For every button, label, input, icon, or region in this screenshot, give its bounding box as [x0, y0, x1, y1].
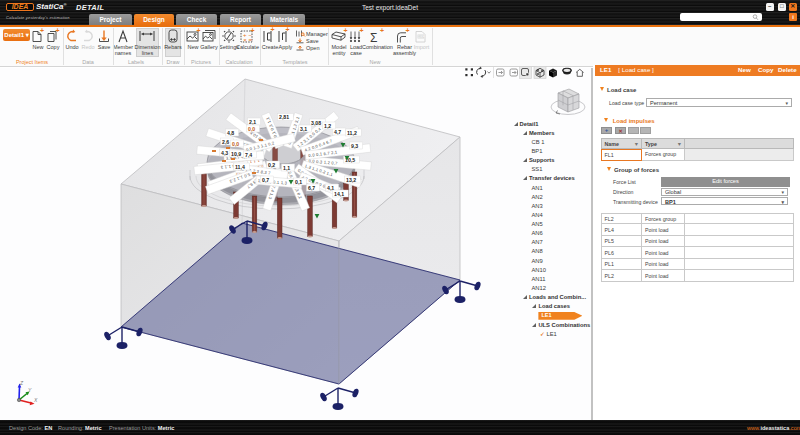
svg-text:14,1: 14,1	[334, 191, 344, 197]
svg-text:4,3: 4,3	[221, 150, 228, 156]
svg-text:DXF: DXF	[418, 35, 424, 39]
svg-text:+: +	[360, 27, 364, 34]
svg-text:+: +	[40, 27, 44, 34]
svg-text:×: ×	[243, 37, 247, 43]
svg-text:1,2: 1,2	[324, 123, 331, 129]
svg-text:+: +	[380, 27, 384, 34]
svg-text:+: +	[344, 27, 348, 34]
svg-text:X: X	[33, 397, 38, 403]
svg-text:+: +	[286, 27, 290, 33]
svg-text:0,1: 0,1	[295, 179, 302, 185]
svg-text:6,7: 6,7	[308, 185, 315, 191]
svg-text:+: +	[271, 27, 275, 33]
svg-text:9,3: 9,3	[351, 143, 358, 149]
svg-text:Σ: Σ	[370, 31, 377, 45]
svg-text:0,2: 0,2	[268, 162, 275, 168]
svg-text:0,7: 0,7	[262, 177, 269, 183]
svg-text:Z: Z	[19, 380, 24, 386]
svg-text:11,4: 11,4	[235, 164, 245, 170]
svg-text:4,8: 4,8	[227, 130, 234, 136]
svg-text:+: +	[197, 27, 201, 34]
svg-text:10,9: 10,9	[231, 151, 241, 157]
svg-text:13,2: 13,2	[346, 177, 356, 183]
svg-text:7,4: 7,4	[245, 152, 252, 158]
svg-text:3,1: 3,1	[300, 126, 307, 132]
svg-text:+: +	[56, 27, 60, 34]
svg-text:1,1: 1,1	[283, 165, 290, 171]
svg-text:2,1: 2,1	[249, 119, 256, 125]
svg-text:4,7: 4,7	[334, 129, 341, 135]
svg-text:0,0: 0,0	[232, 141, 239, 147]
svg-text:2,6: 2,6	[222, 139, 229, 145]
svg-text:11,2: 11,2	[347, 130, 357, 136]
svg-text:+: +	[406, 27, 410, 34]
svg-text:=: =	[249, 37, 253, 43]
svg-text:Y: Y	[28, 387, 32, 393]
svg-text:3,08: 3,08	[311, 120, 321, 126]
svg-text:2,81: 2,81	[279, 114, 289, 120]
svg-text:0,0: 0,0	[248, 126, 255, 132]
